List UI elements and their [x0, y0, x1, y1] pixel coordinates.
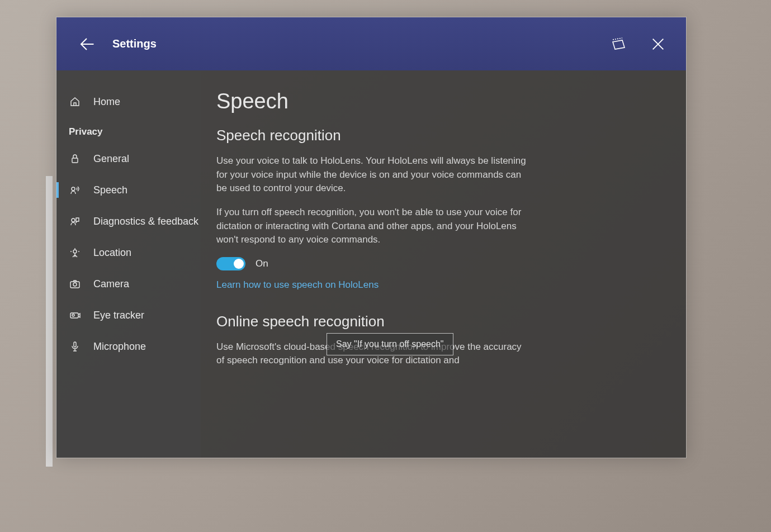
description-text: Use your voice to talk to HoloLens. Your…: [216, 154, 529, 196]
sidebar-item-home[interactable]: Home: [56, 86, 201, 117]
svg-point-7: [72, 314, 74, 316]
sidebar-item-general[interactable]: General: [56, 143, 201, 174]
close-button[interactable]: [641, 27, 675, 61]
svg-point-1: [72, 187, 75, 191]
settings-window: Settings Home Privacy: [56, 17, 687, 458]
follow-button[interactable]: [602, 27, 636, 61]
description-text: If you turn off speech recognition, you …: [216, 206, 529, 247]
sidebar-item-label: Microphone: [93, 341, 146, 353]
voice-command-tooltip: Say "If you turn off speech": [327, 333, 453, 355]
learn-more-link[interactable]: Learn how to use speech on HoloLens: [216, 279, 655, 291]
sidebar-item-label: Eye tracker: [93, 310, 144, 321]
titlebar: Settings: [56, 17, 686, 70]
speech-recognition-toggle[interactable]: [216, 257, 245, 270]
sidebar-section-privacy: Privacy: [56, 117, 201, 143]
sidebar-item-label: Location: [93, 247, 131, 259]
follow-icon: [611, 36, 627, 52]
section-heading-speech-recognition: Speech recognition: [216, 127, 655, 144]
sidebar-item-label: General: [93, 153, 129, 165]
sidebar-item-label: Camera: [93, 278, 129, 290]
camera-icon: [69, 278, 81, 290]
location-icon: [69, 246, 81, 259]
sidebar-item-camera[interactable]: Camera: [56, 268, 201, 300]
microphone-icon: [69, 340, 81, 353]
window-title: Settings: [112, 37, 157, 50]
svg-point-3: [73, 250, 77, 253]
speech-icon: [69, 184, 81, 196]
home-icon: [69, 96, 81, 108]
svg-point-2: [72, 218, 75, 222]
sidebar-item-diagnostics[interactable]: Diagnostics & feedback: [56, 206, 201, 237]
sidebar-item-label: Speech: [93, 184, 127, 196]
toggle-knob: [234, 259, 244, 269]
page-title: Speech: [216, 89, 655, 113]
section-heading-online-speech: Online speech recognition: [216, 313, 655, 330]
sidebar-item-label: Diagnostics & feedback: [93, 216, 198, 227]
svg-rect-8: [74, 342, 76, 347]
back-button[interactable]: [73, 31, 100, 58]
svg-rect-0: [72, 158, 78, 163]
feedback-icon: [69, 215, 81, 227]
window-body: Home Privacy General Speech Diagnostic: [56, 70, 686, 458]
sidebar-item-label: Home: [93, 96, 120, 108]
main-content: Speech Speech recognition Use your voice…: [201, 70, 686, 458]
toggle-state-label: On: [256, 258, 268, 269]
svg-point-5: [73, 283, 77, 286]
sidebar-item-location[interactable]: Location: [56, 237, 201, 268]
close-icon: [650, 36, 666, 52]
eye-icon: [69, 309, 81, 321]
lock-icon: [69, 153, 81, 165]
sidebar-item-microphone[interactable]: Microphone: [56, 331, 201, 362]
sidebar: Home Privacy General Speech Diagnostic: [56, 70, 201, 458]
back-arrow-icon: [78, 36, 95, 53]
sidebar-item-speech[interactable]: Speech: [56, 174, 201, 206]
sidebar-item-eyetracker[interactable]: Eye tracker: [56, 300, 201, 331]
frame-bracket: [46, 176, 53, 467]
